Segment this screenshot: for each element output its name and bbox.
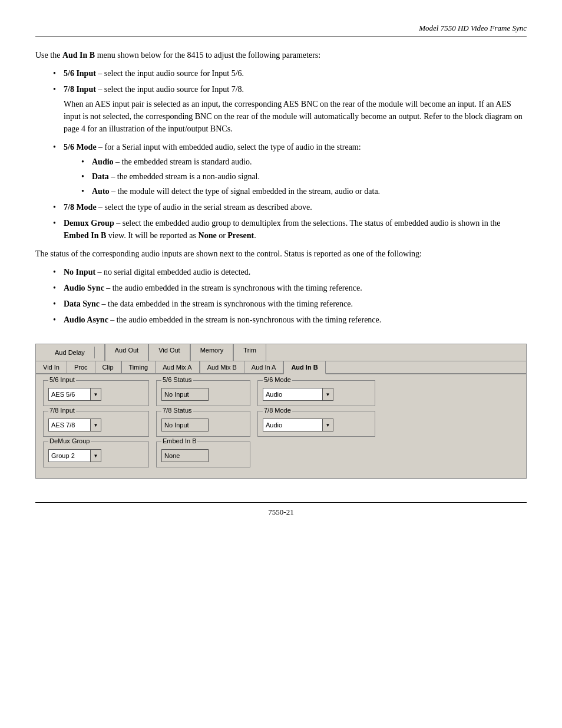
tab-aud-in-b[interactable]: Aud In B [284, 361, 325, 374]
status-56-value: No Input [161, 388, 209, 401]
tab-aud-mix-a[interactable]: Aud Mix A [156, 361, 200, 373]
list-item: No Input – no serial digital embedded au… [53, 266, 527, 278]
group-56-input-label: 5/6 Input [48, 376, 76, 383]
group-56-mode: 5/6 Mode Audio ▼ [257, 380, 375, 406]
dropdown-56-input[interactable]: AES 5/6 ▼ [48, 388, 101, 401]
tab-clip[interactable]: Clip [95, 361, 122, 373]
bottom-tab-bar: Vid In Proc Clip Timing Aud Mix A Aud Mi… [36, 361, 526, 374]
group-78-status: 7/8 Status No Input [156, 411, 250, 437]
bullet-label: Data Sync – the data embedded in the str… [64, 299, 353, 308]
list-item: Demux Group – select the embedded audio … [53, 217, 527, 242]
header-title: Model 7550 HD Video Frame Sync [419, 24, 527, 33]
dropdown-56-input-btn[interactable]: ▼ [90, 388, 101, 400]
tab-timing[interactable]: Timing [122, 361, 156, 373]
group-56-status: 5/6 Status No Input [156, 380, 250, 406]
tab-memory[interactable]: Memory [191, 344, 234, 361]
group-demux-label: DeMux Group [48, 437, 91, 444]
panel-row-1: 5/6 Input AES 5/6 ▼ 5/6 Status [43, 380, 519, 406]
bullet-label: Audio Sync – the audio embedded in the s… [64, 284, 362, 292]
group-78-input-label: 7/8 Input [48, 407, 76, 414]
page-number: 7550-21 [268, 508, 293, 516]
list-item: Audio Sync – the audio embedded in the s… [53, 282, 527, 294]
list-item: 7/8 Mode – select the type of audio in t… [53, 201, 527, 213]
group-78-status-label: 7/8 Status [161, 407, 193, 414]
bullet-label: 7/8 Input – select the input audio sourc… [64, 85, 244, 94]
chevron-down-icon: ▼ [326, 392, 330, 397]
group-demux: DeMux Group Group 2 ▼ [43, 442, 149, 467]
tab-trim[interactable]: Trim [234, 344, 266, 361]
group-78-mode: 7/8 Mode Audio ▼ [257, 411, 375, 437]
status-embed-in-b-value: None [161, 449, 209, 462]
chevron-down-icon: ▼ [326, 423, 330, 428]
status-intro: The status of the corresponding audio in… [35, 248, 527, 260]
dropdown-demux-value: Group 2 [49, 452, 90, 459]
list-item: Data Sync – the data embedded in the str… [53, 298, 527, 310]
panel-row-3: DeMux Group Group 2 ▼ Embed In B [43, 442, 519, 467]
list-item: Audio – the embedded stream is standard … [81, 156, 527, 168]
dropdown-78-mode-value: Audio [263, 421, 322, 429]
list-item: Data – the embedded stream is a non-audi… [81, 170, 527, 183]
tab-vid-in[interactable]: Vid In [36, 361, 67, 373]
group-demux-content: Group 2 ▼ [48, 449, 144, 462]
chevron-down-icon: ▼ [94, 453, 98, 459]
ui-panel: Aud Delay Aud Out Vid Out Memory Trim Vi… [35, 344, 527, 479]
dropdown-78-mode[interactable]: Audio ▼ [263, 419, 333, 431]
bullet-note: When an AES input pair is selected as an… [64, 98, 527, 135]
group-78-status-content: No Input [161, 419, 245, 431]
group-56-input-content: AES 5/6 ▼ [48, 388, 144, 401]
status-78-value: No Input [161, 419, 209, 431]
bullet-label: No Input – no serial digital embedded au… [64, 268, 250, 276]
dropdown-78-input[interactable]: AES 7/8 ▼ [48, 419, 101, 431]
tab-aud-out[interactable]: Aud Out [105, 344, 149, 361]
chevron-down-icon: ▼ [94, 392, 98, 397]
group-56-status-label: 5/6 Status [161, 376, 193, 383]
group-78-input: 7/8 Input AES 7/8 ▼ [43, 411, 149, 437]
dropdown-56-mode-value: Audio [263, 391, 322, 398]
tab-aud-mix-b[interactable]: Aud Mix B [200, 361, 244, 373]
intro-text: Use the Aud In B menu shown below for th… [35, 49, 527, 61]
list-item: Audio Async – the audio embedded in the … [53, 314, 527, 326]
list-item: 5/6 Mode – for a Serial input with embed… [53, 141, 527, 197]
dropdown-demux[interactable]: Group 2 ▼ [48, 449, 101, 462]
dropdown-78-input-value: AES 7/8 [49, 421, 90, 429]
bullet-label: 5/6 Mode – for a Serial input with embed… [64, 143, 361, 151]
bullet-label: 7/8 Mode – select the type of audio in t… [64, 203, 312, 212]
panel-row-2: 7/8 Input AES 7/8 ▼ 7/8 Status [43, 411, 519, 437]
dropdown-demux-btn[interactable]: ▼ [90, 450, 101, 462]
bullet-label: Demux Group – select the embedded audio … [64, 219, 500, 240]
group-78-input-content: AES 7/8 ▼ [48, 419, 144, 431]
status-bullet-list: No Input – no serial digital embedded au… [53, 266, 527, 326]
dropdown-78-input-btn[interactable]: ▼ [90, 419, 101, 431]
footer: 7550-21 [35, 502, 527, 517]
list-item: Auto – the module will detect the type o… [81, 185, 527, 197]
group-56-mode-label: 5/6 Mode [263, 376, 292, 383]
page: Model 7550 HD Video Frame Sync Use the A… [0, 0, 562, 552]
tab-aud-delay[interactable]: Aud Delay [45, 347, 95, 358]
dropdown-56-input-value: AES 5/6 [49, 391, 90, 398]
tab-proc[interactable]: Proc [67, 361, 95, 373]
group-embed-in-b-content: None [161, 449, 245, 462]
tab-aud-in-a[interactable]: Aud In A [244, 361, 285, 373]
list-item: 5/6 Input – select the input audio sourc… [53, 67, 527, 80]
top-tab-bar: Aud Delay Aud Out Vid Out Memory Trim [36, 344, 526, 361]
group-embed-in-b: Embed In B None [156, 442, 250, 467]
dropdown-78-mode-btn[interactable]: ▼ [322, 419, 333, 431]
list-item: 7/8 Input – select the input audio sourc… [53, 83, 527, 135]
group-embed-in-b-label: Embed In B [161, 437, 197, 444]
dropdown-56-mode-btn[interactable]: ▼ [322, 388, 333, 400]
group-56-input: 5/6 Input AES 5/6 ▼ [43, 380, 149, 406]
sub-bullet-list: Audio – the embedded stream is standard … [81, 156, 527, 197]
main-bullet-list: 5/6 Input – select the input audio sourc… [53, 67, 527, 242]
tab-vid-out[interactable]: Vid Out [149, 344, 191, 361]
group-78-mode-label: 7/8 Mode [263, 407, 292, 414]
dropdown-56-mode[interactable]: Audio ▼ [263, 388, 333, 401]
chevron-down-icon: ▼ [94, 423, 98, 428]
header: Model 7550 HD Video Frame Sync [35, 24, 527, 37]
group-56-status-content: No Input [161, 388, 245, 401]
bullet-label: 5/6 Input – select the input audio sourc… [64, 69, 244, 78]
group-78-mode-content: Audio ▼ [263, 419, 370, 431]
bullet-label: Audio Async – the audio embedded in the … [64, 315, 381, 324]
panel-content: 5/6 Input AES 5/6 ▼ 5/6 Status [36, 374, 526, 478]
group-56-mode-content: Audio ▼ [263, 388, 370, 401]
